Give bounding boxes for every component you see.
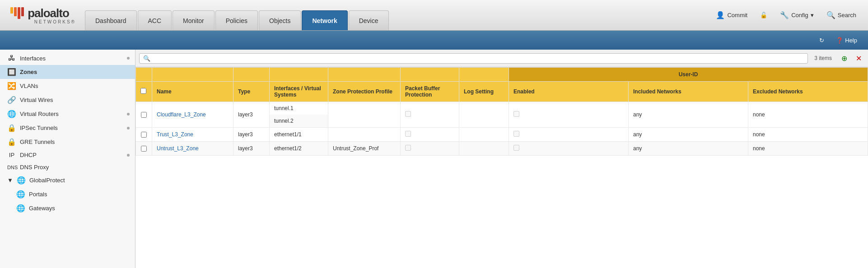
- main-layout: 🖧 Interfaces 🔲 Zones 🔀 VLANs 🔗 Virtual W…: [0, 50, 868, 268]
- row3-name-cell[interactable]: Untrust_L3_Zone: [152, 142, 233, 156]
- select-all-checkbox[interactable]: [140, 88, 146, 94]
- row3-enabled-cell: [509, 142, 629, 156]
- th-checkbox: [136, 68, 152, 82]
- row2-enabled-cell: [509, 128, 629, 142]
- th-zone-protection: [328, 68, 401, 82]
- search-button[interactable]: 🔍 Search: [823, 9, 860, 21]
- row1-zone-prot-cell: [328, 102, 401, 128]
- sidebar-item-gre-tunnels[interactable]: 🔒 GRE Tunnels: [0, 135, 135, 149]
- sidebar-item-label-portals: Portals: [29, 191, 130, 198]
- sidebar-item-interfaces[interactable]: 🖧 Interfaces: [0, 51, 135, 65]
- row1-checkbox[interactable]: [141, 112, 147, 118]
- row1-interface1-cell: tunnel.1: [270, 102, 328, 115]
- sidebar-item-label-gre-tunnels: GRE Tunnels: [20, 139, 130, 145]
- th-packet-buffer-label: Packet Buffer Protection: [401, 82, 459, 102]
- sidebar-item-label-virtual-wires: Virtual Wires: [20, 97, 130, 103]
- add-icon: ⊕: [841, 54, 847, 63]
- interfaces-icon: 🖧: [7, 54, 16, 62]
- logo-bars-icon: [10, 7, 24, 19]
- help-label: Help: [845, 37, 857, 44]
- table-row: Cloudflare_L3_Zone layer3 tunnel.1 any n…: [136, 102, 868, 115]
- zones-icon: 🔲: [7, 68, 16, 76]
- tab-objects[interactable]: Objects: [259, 10, 301, 30]
- search-label: Search: [838, 12, 856, 18]
- lock-icon-button[interactable]: 🔓: [756, 10, 771, 20]
- tab-device[interactable]: Device: [349, 10, 389, 30]
- refresh-button[interactable]: ↻: [816, 36, 828, 45]
- row3-interface-cell: ethernet1/2: [270, 142, 328, 156]
- row3-log-setting-cell: [459, 142, 509, 156]
- vlans-icon: 🔀: [7, 82, 16, 90]
- top-actions: 👤 Commit 🔓 🔧 Config ▾ 🔍 Search: [712, 9, 864, 21]
- row2-name-cell[interactable]: Trust_L3_Zone: [152, 128, 233, 142]
- ipsec-tunnels-icon: 🔒: [7, 124, 16, 132]
- th-excluded-label: Excluded Networks: [748, 82, 868, 102]
- row3-excluded-cell: none: [748, 142, 868, 156]
- th-user-id-group: User-ID: [509, 68, 868, 82]
- config-label: Config: [791, 12, 808, 18]
- row3-enabled-checkbox: [513, 145, 519, 151]
- sidebar: 🖧 Interfaces 🔲 Zones 🔀 VLANs 🔗 Virtual W…: [0, 50, 135, 268]
- th-zone-protection-label: Zone Protection Profile: [328, 82, 401, 102]
- config-chevron-icon: ▾: [811, 12, 814, 18]
- row1-packet-buf-cell: [401, 102, 459, 128]
- row1-enabled-cell: [509, 102, 629, 128]
- row2-excluded-cell: none: [748, 128, 868, 142]
- row2-enabled-checkbox: [513, 131, 519, 137]
- tab-network[interactable]: Network: [302, 10, 347, 30]
- sidebar-item-globalprotect[interactable]: 🌐 GlobalProtect: [0, 173, 135, 187]
- search-input[interactable]: [153, 55, 804, 62]
- dhcp-icon: IP: [7, 152, 16, 158]
- sidebar-item-label-vlans: VLANs: [20, 83, 130, 89]
- logo-networks: NETWORKS®: [34, 19, 76, 24]
- sidebar-item-dhcp[interactable]: IP DHCP: [0, 149, 135, 161]
- sidebar-item-vlans[interactable]: 🔀 VLANs: [0, 79, 135, 93]
- tab-dashboard[interactable]: Dashboard: [85, 10, 137, 30]
- virtual-wires-icon: 🔗: [7, 96, 16, 104]
- table-row: Untrust_L3_Zone layer3 ethernet1/2 Untru…: [136, 142, 868, 156]
- sidebar-item-virtual-wires[interactable]: 🔗 Virtual Wires: [0, 93, 135, 107]
- sidebar-item-label-gateways: Gateways: [29, 205, 130, 212]
- th-interfaces: [270, 68, 328, 82]
- row2-included-cell: any: [629, 128, 748, 142]
- row2-log-setting-cell: [459, 128, 509, 142]
- tab-monitor[interactable]: Monitor: [173, 10, 215, 30]
- table-body: Cloudflare_L3_Zone layer3 tunnel.1 any n…: [136, 102, 868, 156]
- delete-button[interactable]: ✕: [853, 52, 864, 64]
- row1-interface2-cell: tunnel.2: [270, 115, 328, 128]
- sidebar-item-label-zones: Zones: [20, 69, 130, 75]
- row1-name-cell[interactable]: Cloudflare_L3_Zone: [152, 102, 233, 128]
- commit-button[interactable]: 👤 Commit: [712, 9, 751, 21]
- row3-packet-buf-checkbox: [405, 145, 411, 151]
- logo: paloalto NETWORKS®: [4, 6, 76, 24]
- th-included-label: Included Networks: [629, 82, 748, 102]
- commit-label: Commit: [727, 12, 747, 18]
- sidebar-item-portals[interactable]: 🌐 Portals: [0, 187, 135, 201]
- sidebar-item-dns-proxy[interactable]: DNS DNS Proxy: [0, 161, 135, 173]
- sidebar-item-gateways[interactable]: 🌐 Gateways: [0, 201, 135, 215]
- row2-checkbox-cell: [136, 128, 152, 142]
- top-navigation-bar: paloalto NETWORKS® Dashboard ACC Monitor…: [0, 0, 868, 31]
- row3-included-cell: any: [629, 142, 748, 156]
- refresh-icon: ↻: [819, 37, 824, 44]
- row3-checkbox[interactable]: [141, 146, 147, 152]
- tab-acc[interactable]: ACC: [138, 10, 172, 30]
- items-count: 3 items: [811, 55, 835, 61]
- row3-checkbox-cell: [136, 142, 152, 156]
- sub-header: ↻ ❓ Help: [0, 31, 868, 50]
- tab-policies[interactable]: Policies: [215, 10, 258, 30]
- add-button[interactable]: ⊕: [838, 52, 850, 64]
- sidebar-item-ipsec-tunnels[interactable]: 🔒 IPSec Tunnels: [0, 121, 135, 135]
- row3-packet-buf-cell: [401, 142, 459, 156]
- row1-packet-buf-checkbox: [405, 111, 411, 117]
- help-button[interactable]: ❓ Help: [832, 36, 861, 45]
- sidebar-item-label-globalprotect: GlobalProtect: [29, 177, 130, 184]
- sidebar-item-zones[interactable]: 🔲 Zones: [0, 65, 135, 79]
- row2-checkbox[interactable]: [141, 132, 147, 138]
- search-box[interactable]: 🔍: [139, 53, 808, 64]
- sidebar-item-virtual-routers[interactable]: 🌐 Virtual Routers: [0, 107, 135, 121]
- row2-packet-buf-checkbox: [405, 131, 411, 137]
- config-button[interactable]: 🔧 Config ▾: [776, 9, 817, 21]
- th-log-setting: [459, 68, 509, 82]
- row1-log-setting-cell: [459, 102, 509, 128]
